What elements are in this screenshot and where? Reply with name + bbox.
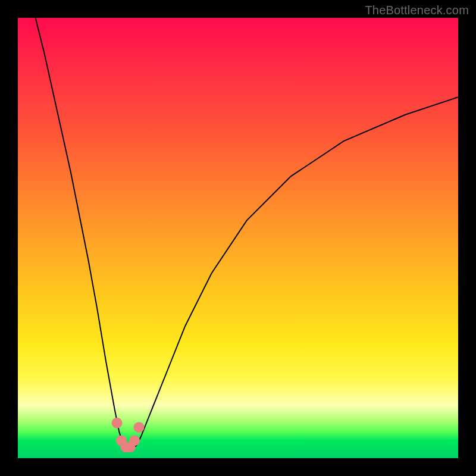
curve-layer [18, 18, 458, 458]
highlight-dots [112, 418, 145, 453]
plot-area [18, 18, 458, 458]
highlight-dot [129, 435, 140, 446]
highlight-dot [134, 422, 145, 433]
bottleneck-curve [36, 18, 458, 449]
highlight-dot [112, 418, 123, 428]
watermark-text: TheBottleneck.com [365, 4, 469, 17]
